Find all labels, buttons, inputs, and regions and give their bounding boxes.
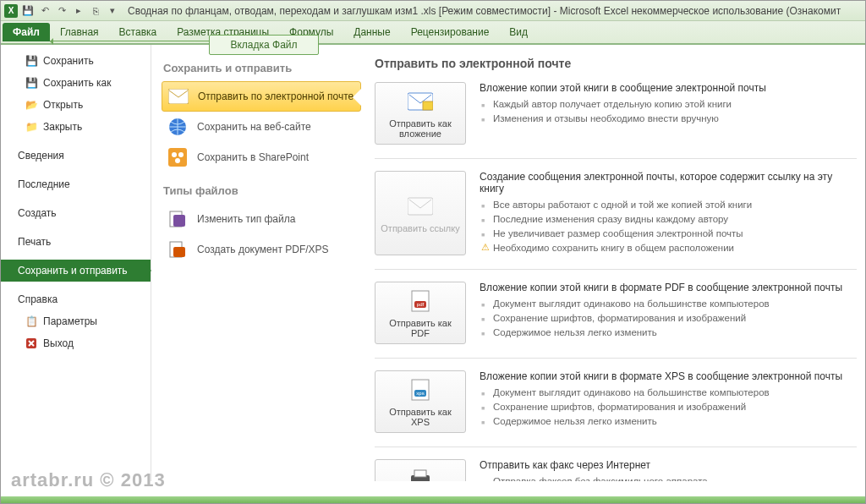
- tab-insert[interactable]: Вставка: [109, 23, 167, 41]
- opt-head: Вложение копии этой книги в формате PDF …: [480, 282, 857, 293]
- mid-label: Создать документ PDF/XPS: [197, 244, 329, 255]
- save-icon: 💾: [25, 54, 38, 68]
- opt-bullet: Все авторы работают с одной и той же коп…: [480, 198, 857, 212]
- option-send-pdf: pdf Отправить как PDF Вложение копии это…: [375, 282, 857, 344]
- sharepoint-icon: [167, 146, 189, 168]
- opt-bullet: Каждый автор получает отдельную копию эт…: [480, 97, 857, 112]
- svg-rect-1: [168, 89, 189, 104]
- opt-bullet-warning: Необходимо сохранить книгу в общем распо…: [480, 241, 857, 255]
- divider: [375, 158, 857, 159]
- pdf-icon: pdf: [407, 288, 434, 315]
- options-icon: 📋: [25, 315, 38, 328]
- send-pdf-button[interactable]: pdf Отправить как PDF: [375, 282, 466, 344]
- envelope-icon: [167, 85, 189, 107]
- opt-bullet: Изменения и отзывы необходимо внести вру…: [480, 112, 857, 126]
- send-attachment-button[interactable]: Отправить как вложение: [375, 82, 466, 145]
- option-send-link: Отправить ссылку Создание сообщения элек…: [375, 171, 857, 255]
- mid-send-email[interactable]: Отправить по электронной почте: [162, 81, 361, 112]
- opt-head: Отправить как факс через Интернет: [480, 459, 857, 471]
- svg-rect-21: [414, 470, 426, 477]
- opt-bullet: Сохранение шрифтов, форматирования и изо…: [480, 311, 857, 326]
- mid-label: Изменить тип файла: [197, 213, 295, 225]
- svg-rect-10: [173, 247, 185, 257]
- tab-data[interactable]: Данные: [343, 23, 400, 41]
- sidebar-label: Параметры: [43, 315, 97, 327]
- svg-rect-12: [423, 101, 433, 110]
- tab-view[interactable]: Вид: [499, 23, 538, 41]
- svg-point-6: [175, 158, 180, 163]
- sidebar-options[interactable]: 📋 Параметры: [1, 310, 151, 332]
- sidebar-save-as[interactable]: 💾 Сохранить как: [1, 72, 151, 94]
- opt-bullet: Содержимое нельзя легко изменить: [480, 326, 857, 340]
- callout-box: Вкладка Файл: [209, 35, 319, 55]
- file-type-icon: [167, 208, 189, 230]
- sidebar-save-send[interactable]: Сохранить и отправить: [1, 260, 151, 282]
- sidebar-info[interactable]: Сведения: [1, 145, 151, 167]
- tab-file[interactable]: Файл: [3, 23, 50, 41]
- send-email-panel: Отправить по электронной почте Отправить…: [366, 45, 865, 481]
- btn-label: Отправить как XPS: [379, 407, 462, 427]
- attachment-envelope-icon: [407, 88, 434, 115]
- qat-icon-2[interactable]: ⎘: [89, 4, 102, 18]
- redo-qat-icon[interactable]: ↷: [55, 4, 69, 18]
- send-xps-button[interactable]: xps Отправить как XPS: [375, 370, 466, 433]
- svg-rect-8: [173, 215, 185, 227]
- fax-icon: [407, 465, 434, 481]
- opt-bullet: Отправка факсов без факсимильного аппара…: [480, 474, 857, 481]
- mid-save-sharepoint[interactable]: Сохранить в SharePoint: [162, 142, 361, 173]
- mid-label: Сохранить в SharePoint: [197, 151, 309, 163]
- backstage-sidebar: 💾 Сохранить 💾 Сохранить как 📂 Открыть 📁 …: [1, 45, 151, 481]
- mid-label: Отправить по электронной почте: [198, 90, 354, 102]
- send-link-button[interactable]: Отправить ссылку: [375, 171, 466, 255]
- qat-dropdown-icon[interactable]: ▾: [106, 4, 119, 18]
- svg-rect-3: [168, 148, 187, 167]
- svg-text:xps: xps: [416, 391, 424, 396]
- sidebar-exit[interactable]: Выход: [1, 332, 151, 354]
- opt-bullet: Документ выглядит одинаково на большинст…: [480, 297, 857, 311]
- save-send-categories: Сохранить и отправить Отправить по элект…: [151, 45, 366, 481]
- opt-head: Вложение копии этой книги в сообщение эл…: [480, 82, 857, 94]
- sidebar-label: Выход: [43, 337, 74, 349]
- opt-bullet: Сохранение шрифтов, форматирования и изо…: [480, 400, 857, 414]
- option-send-fax: Отправить как факс через Интернет Отправ…: [375, 459, 857, 481]
- send-fax-button[interactable]: Отправить как факс через Интернет: [375, 459, 466, 481]
- window-title: Сводная по фланцам, отводам, переходам и…: [128, 5, 841, 17]
- sidebar-label: Закрыть: [43, 121, 82, 133]
- sidebar-label: Сохранить как: [43, 77, 111, 89]
- opt-bullet: Содержимое нельзя легко изменить: [480, 414, 857, 429]
- sidebar-save[interactable]: 💾 Сохранить: [1, 50, 151, 72]
- sidebar-open[interactable]: 📂 Открыть: [1, 94, 151, 116]
- save-qat-icon[interactable]: 💾: [21, 4, 35, 18]
- sidebar-print[interactable]: Печать: [1, 231, 151, 253]
- backstage-view: 💾 Сохранить 💾 Сохранить как 📂 Открыть 📁 …: [1, 45, 865, 481]
- tab-home[interactable]: Главная: [50, 23, 109, 41]
- sidebar-close[interactable]: 📁 Закрыть: [1, 116, 151, 138]
- pdf-xps-icon: [167, 238, 189, 260]
- sidebar-label: Сохранить: [43, 55, 94, 67]
- sidebar-help[interactable]: Справка: [1, 288, 151, 310]
- option-send-xps: xps Отправить как XPS Вложение копии это…: [375, 370, 857, 433]
- bottom-green-bar: [1, 496, 865, 503]
- opt-bullet: Последние изменения сразу видны каждому …: [480, 212, 857, 227]
- sidebar-recent[interactable]: Последние: [1, 173, 151, 195]
- btn-label: Отправить как вложение: [379, 118, 462, 139]
- mid-save-web[interactable]: Сохранить на веб-сайте: [162, 112, 361, 142]
- undo-qat-icon[interactable]: ↶: [38, 4, 52, 18]
- tab-review[interactable]: Рецензирование: [401, 23, 500, 41]
- option-send-attachment: Отправить как вложение Вложение копии эт…: [375, 82, 857, 145]
- callout-line: [50, 41, 209, 41]
- svg-text:pdf: pdf: [417, 302, 425, 307]
- watermark: artabr.ru © 2013: [11, 469, 166, 491]
- btn-label: Отправить как PDF: [379, 318, 462, 338]
- panel-title: Отправить по электронной почте: [375, 57, 857, 70]
- sidebar-label: Открыть: [43, 99, 83, 111]
- opt-head: Создание сообщения электронной почты, ко…: [480, 171, 857, 194]
- mid-label: Сохранить на веб-сайте: [197, 121, 311, 133]
- svg-point-4: [172, 152, 177, 157]
- mid-change-type[interactable]: Изменить тип файла: [162, 204, 361, 234]
- qat-icon-1[interactable]: ▸: [72, 4, 85, 18]
- mid-create-pdf[interactable]: Создать документ PDF/XPS: [162, 234, 361, 265]
- sidebar-new[interactable]: Создать: [1, 202, 151, 224]
- divider: [375, 358, 857, 359]
- title-bar: X 💾 ↶ ↷ ▸ ⎘ ▾ Сводная по фланцам, отвода…: [1, 1, 865, 21]
